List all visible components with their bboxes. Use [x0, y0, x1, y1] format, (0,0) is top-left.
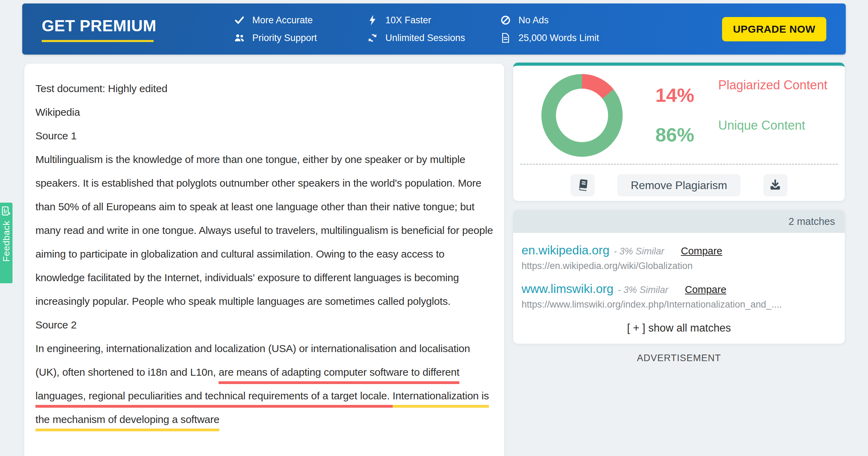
doc-paragraph-2: In engineering, internationalization and…	[35, 337, 493, 431]
feature-no-ads: No Ads	[500, 15, 633, 26]
remove-plagiarism-button[interactable]: Remove Plagiarism	[617, 174, 740, 196]
feature-label: 25,000 Words Limit	[518, 33, 599, 43]
match-site-link[interactable]: en.wikipedia.org	[522, 243, 609, 257]
premium-feature-list: More Accurate Priority Support	[234, 15, 633, 43]
doc-source1-label: Source 1	[35, 124, 493, 148]
banner-title: GET PREMIUM	[42, 16, 160, 35]
banner-title-underline	[42, 40, 154, 42]
feature-column-3: No Ads 25,000 Words Limit	[500, 15, 633, 43]
results-panel: 14% 86% Plagiarized Content Unique Conte…	[513, 63, 845, 201]
match-row: www.limswiki.org - 3% Similar Compare ht…	[513, 271, 845, 310]
users-icon	[234, 33, 245, 43]
document-panel[interactable]: Test document: Highly edited Wikipedia S…	[24, 64, 504, 456]
feature-more-accurate: More Accurate	[234, 15, 367, 26]
feature-column-1: More Accurate Priority Support	[234, 15, 367, 43]
citations-book-button[interactable]	[571, 174, 595, 196]
match-url: https://en.wikipedia.org/wiki/Globalizat…	[522, 261, 836, 271]
plagiarized-content-label: Plagiarized Content	[718, 77, 833, 93]
compare-link[interactable]: Compare	[681, 245, 722, 257]
sync-icon	[367, 33, 378, 43]
feature-priority-support: Priority Support	[234, 33, 367, 43]
match-similarity: - 3% Similar	[617, 285, 668, 295]
match-site-link[interactable]: www.limswiki.org	[522, 282, 613, 296]
unique-percentage: 86%	[642, 123, 708, 146]
no-ads-icon	[500, 15, 511, 25]
doc-paragraph-1: Multilingualism is the knowledge of more…	[35, 148, 493, 313]
result-actions: Remove Plagiarism	[513, 174, 845, 196]
match-row: en.wikipedia.org - 3% Similar Compare ht…	[513, 233, 845, 271]
unique-content-label: Unique Content	[718, 117, 833, 134]
matches-count: 2 matches	[788, 216, 835, 227]
feature-label: No Ads	[518, 15, 549, 26]
feature-words-limit: 25,000 Words Limit	[500, 33, 633, 43]
bolt-icon	[367, 15, 378, 25]
compare-link[interactable]: Compare	[685, 284, 726, 295]
feedback-tab[interactable]: Feedback	[0, 203, 13, 283]
doc-title-line: Test document: Highly edited	[35, 77, 493, 100]
plagiarism-donut-chart	[541, 74, 623, 157]
doc-source2-label: Source 2	[35, 313, 493, 337]
upgrade-now-button[interactable]: UPGRADE NOW	[722, 17, 826, 41]
feature-label: 10X Faster	[385, 15, 431, 26]
feature-unlimited-sessions: Unlimited Sessions	[367, 33, 500, 43]
plagiarized-percentage: 14%	[642, 84, 708, 106]
feature-label: Unlimited Sessions	[385, 33, 465, 43]
matches-header: 2 matches	[513, 210, 845, 233]
feature-column-2: 10X Faster Unlimited Sessions	[367, 15, 500, 43]
feature-label: Priority Support	[252, 33, 317, 43]
book-icon	[576, 179, 589, 192]
chat-bubble-icon	[1, 206, 11, 217]
feature-10x-faster: 10X Faster	[367, 15, 500, 26]
show-all-matches-link[interactable]: [ + ] show all matches	[513, 322, 845, 334]
match-similarity: - 3% Similar	[614, 246, 664, 257]
download-report-button[interactable]	[763, 174, 787, 196]
plagiarism-checker-page: GET PREMIUM More Accurate	[0, 0, 868, 456]
matches-panel: 2 matches en.wikipedia.org - 3% Similar …	[513, 210, 845, 344]
feature-label: More Accurate	[252, 15, 313, 26]
download-icon	[769, 179, 781, 192]
advertisement-label: ADVERTISEMENT	[513, 353, 845, 364]
doc-line-wikipedia: Wikipedia	[35, 100, 493, 124]
match-url: https://www.limswiki.org/index.php/Inter…	[522, 299, 836, 310]
premium-banner: GET PREMIUM More Accurate	[22, 3, 846, 55]
document-icon	[500, 33, 511, 43]
dashed-divider	[520, 164, 838, 165]
banner-title-block: GET PREMIUM	[42, 16, 160, 42]
check-icon	[234, 15, 245, 25]
feedback-label: Feedback	[1, 221, 12, 262]
